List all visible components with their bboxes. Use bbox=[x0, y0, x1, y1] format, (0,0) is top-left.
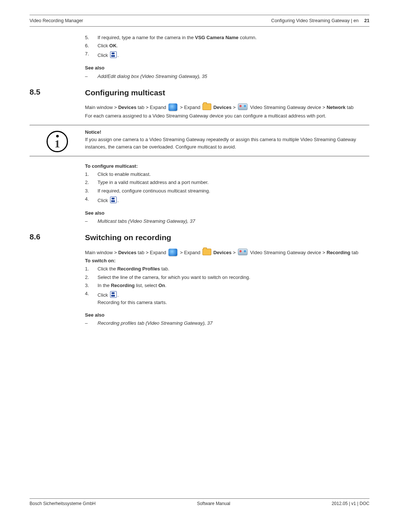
list-item: 4.Click . bbox=[85, 195, 369, 204]
list-item: 4.Click .Recording for this camera start… bbox=[85, 290, 369, 306]
nav-path: Main window > Devices tab > Expand > Exp… bbox=[85, 247, 369, 258]
folder-icon bbox=[202, 249, 211, 255]
see-also-heading: See also bbox=[85, 64, 369, 72]
howto-heading: To configure multicast: bbox=[85, 163, 369, 170]
see-also-heading: See also bbox=[85, 311, 369, 319]
page-number: 21 bbox=[364, 18, 369, 23]
see-also-item: – Multicast tabs (Video Streaming Gatewa… bbox=[85, 218, 369, 225]
intro-steps: 5. If required, type a name for the came… bbox=[85, 34, 369, 59]
save-icon bbox=[110, 197, 117, 203]
footer-left: Bosch Sicherheitssysteme GmbH bbox=[30, 501, 96, 506]
list-item: 1.Click the Recording Profiles tab. bbox=[85, 265, 369, 273]
device-icon bbox=[238, 249, 248, 255]
nav-path: Main window > Devices tab > Expand > Exp… bbox=[85, 102, 369, 112]
save-icon bbox=[110, 51, 117, 58]
footer-right: 2012.05 | v1 | DOC bbox=[332, 501, 369, 506]
notice-block: 1 Notice! If you assign one camera to a … bbox=[30, 125, 369, 157]
save-icon bbox=[110, 291, 117, 298]
header-left: Video Recording Manager bbox=[30, 18, 83, 23]
notice-body: If you assign one camera to a Video Stre… bbox=[85, 136, 369, 151]
list-item: 6. Click OK. bbox=[85, 42, 369, 50]
notice-heading: Notice! bbox=[85, 129, 369, 136]
footer-center: Software Manual bbox=[197, 501, 230, 506]
globe-icon bbox=[168, 103, 177, 111]
section-heading: Switching on recording bbox=[85, 232, 369, 244]
globe-icon bbox=[168, 249, 177, 256]
list-item: 5. If required, type a name for the came… bbox=[85, 34, 369, 41]
list-item: 3.In the Recording list, select On. bbox=[85, 282, 369, 289]
device-icon bbox=[238, 103, 248, 110]
see-also-heading: See also bbox=[85, 209, 369, 217]
page-footer: Bosch Sicherheitssysteme GmbH Software M… bbox=[30, 498, 369, 506]
list-item: 2.Type in a valid multicast address and … bbox=[85, 179, 369, 186]
running-header: Video Recording Manager Configuring Vide… bbox=[30, 15, 369, 26]
section-number: 8.6 bbox=[30, 232, 85, 241]
info-icon: 1 bbox=[47, 131, 68, 152]
see-also-item: – Add/Edit dialog box (Video Streaming G… bbox=[85, 73, 369, 80]
recording-steps: 1.Click the Recording Profiles tab. 2.Se… bbox=[85, 265, 369, 306]
header-right: Configuring Video Streaming Gateway | en… bbox=[271, 18, 369, 23]
howto-heading: To switch on: bbox=[85, 257, 369, 265]
list-item: 7. Click . bbox=[85, 50, 369, 59]
multicast-steps: 1.Click to enable multicast. 2.Type in a… bbox=[85, 171, 369, 204]
list-item: 3.If required, configure continuous mult… bbox=[85, 187, 369, 195]
list-item: 1.Click to enable multicast. bbox=[85, 171, 369, 178]
section-number: 8.5 bbox=[30, 87, 85, 96]
section-description: For each camera assigned to a Video Stre… bbox=[85, 112, 369, 120]
list-item: 2.Select the line of the camera, for whi… bbox=[85, 274, 369, 281]
see-also-item: – Recording profiles tab (Video Streamin… bbox=[85, 320, 369, 327]
section-heading: Configuring multicast bbox=[85, 87, 369, 99]
folder-icon bbox=[202, 103, 211, 110]
